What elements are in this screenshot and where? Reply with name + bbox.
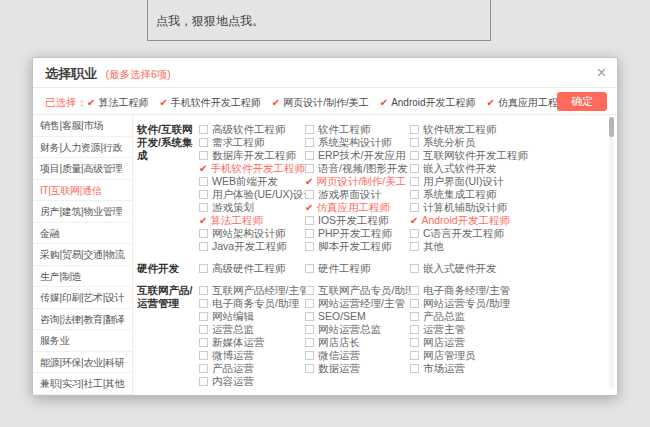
job-option[interactable]: 游戏策划 xyxy=(199,201,305,214)
checkbox-icon[interactable] xyxy=(199,364,208,373)
job-option[interactable]: 网站编辑 xyxy=(199,310,305,323)
job-option[interactable]: 网站运营总监 xyxy=(305,323,410,336)
checkbox-icon[interactable] xyxy=(199,264,208,273)
checkbox-icon[interactable] xyxy=(305,364,314,373)
scrollbar-thumb[interactable] xyxy=(609,117,614,137)
checkbox-icon[interactable] xyxy=(199,151,208,160)
job-option[interactable]: ✔网页设计/制作/美工 xyxy=(305,175,410,188)
job-option[interactable]: 网店运营 xyxy=(410,336,603,349)
checkbox-icon[interactable] xyxy=(305,190,314,199)
sidebar-item[interactable]: 销售|客服|市场 xyxy=(33,115,132,137)
checkbox-icon[interactable] xyxy=(305,242,314,251)
job-option[interactable]: ✔手机软件开发工程师 xyxy=(199,162,305,175)
job-option[interactable]: 用户界面(UI)设计 xyxy=(410,175,603,188)
job-option[interactable]: 互联网软件开发工程师 xyxy=(410,149,603,162)
job-option[interactable]: 嵌入式软件开发 xyxy=(410,162,603,175)
checkbox-icon[interactable] xyxy=(410,190,419,199)
job-option[interactable]: 市场运营 xyxy=(410,362,603,375)
checkbox-icon[interactable] xyxy=(305,325,314,334)
scrollbar[interactable] xyxy=(609,117,614,389)
checkbox-icon[interactable] xyxy=(199,325,208,334)
sidebar-item[interactable]: IT|互联网|通信 xyxy=(33,180,132,202)
checkbox-icon[interactable] xyxy=(305,216,314,225)
checkbox-icon[interactable] xyxy=(305,338,314,347)
checkbox-icon[interactable] xyxy=(199,286,208,295)
job-option[interactable]: 产品总监 xyxy=(410,310,603,323)
checkbox-icon[interactable] xyxy=(199,190,208,199)
sidebar-item[interactable]: 咨询|法律|教育|翻译 xyxy=(33,309,132,331)
selected-item[interactable]: ✔网页设计/制作/美工 xyxy=(272,97,369,108)
checkbox-icon[interactable] xyxy=(305,125,314,134)
job-option[interactable]: 硬件工程师 xyxy=(305,262,410,275)
checkbox-icon[interactable] xyxy=(305,229,314,238)
job-option[interactable]: WEB前端开发 xyxy=(199,175,305,188)
checkbox-icon[interactable] xyxy=(410,364,419,373)
checkbox-icon[interactable] xyxy=(410,299,419,308)
demo-trigger-text[interactable]: 点我，狠狠地点我。 xyxy=(156,14,264,28)
sidebar-item[interactable]: 采购|贸易|交通|物流 xyxy=(33,244,132,266)
sidebar-item[interactable]: 金融 xyxy=(33,223,132,245)
job-option[interactable]: SEO/SEM xyxy=(305,310,410,323)
job-option[interactable]: 网店店长 xyxy=(305,336,410,349)
job-option[interactable]: ERP技术/开发应用 xyxy=(305,149,410,162)
job-option[interactable]: PHP开发工程师 xyxy=(305,227,410,240)
job-option[interactable]: 新媒体运营 xyxy=(199,336,305,349)
job-option[interactable]: 数据库开发工程师 xyxy=(199,149,305,162)
job-option[interactable]: Java开发工程师 xyxy=(199,240,305,253)
sidebar-item[interactable]: 财务|人力资源|行政 xyxy=(33,137,132,159)
job-option[interactable]: ✔算法工程师 xyxy=(199,214,305,227)
job-option[interactable]: 计算机辅助设计师 xyxy=(410,201,603,214)
checkbox-icon[interactable] xyxy=(410,229,419,238)
job-option[interactable]: ✔仿真应用工程师 xyxy=(305,201,410,214)
job-option[interactable]: 系统架构设计师 xyxy=(305,136,410,149)
job-option[interactable]: IOS开发工程师 xyxy=(305,214,410,227)
checkbox-icon[interactable] xyxy=(410,264,419,273)
checkbox-icon[interactable] xyxy=(410,312,419,321)
sidebar-item[interactable]: 房产|建筑|物业管理 xyxy=(33,201,132,223)
job-option[interactable]: 游戏界面设计 xyxy=(305,188,410,201)
job-option[interactable]: 运营总监 xyxy=(199,323,305,336)
checkbox-icon[interactable] xyxy=(305,264,314,273)
job-option[interactable]: 需求工程师 xyxy=(199,136,305,149)
job-option[interactable]: 脚本开发工程师 xyxy=(305,240,410,253)
checkbox-icon[interactable] xyxy=(305,151,314,160)
checkbox-icon[interactable] xyxy=(410,151,419,160)
checkbox-icon[interactable] xyxy=(410,164,419,173)
job-option[interactable]: 互联网产品经理/主管 xyxy=(199,284,305,297)
checkbox-icon[interactable] xyxy=(410,338,419,347)
job-option[interactable]: 网站运营专员/助理 xyxy=(410,297,603,310)
checkbox-icon[interactable] xyxy=(199,242,208,251)
sidebar-item[interactable]: 项目|质量|高级管理 xyxy=(33,158,132,180)
checkbox-icon[interactable] xyxy=(199,203,208,212)
job-option[interactable]: 数据运营 xyxy=(305,362,410,375)
checkbox-icon[interactable] xyxy=(199,125,208,134)
job-option[interactable]: 网站运营经理/主管 xyxy=(305,297,410,310)
checkbox-icon[interactable] xyxy=(305,351,314,360)
job-option[interactable]: 内容运营 xyxy=(199,375,305,388)
checkbox-icon[interactable] xyxy=(199,377,208,386)
checkbox-icon[interactable] xyxy=(305,299,314,308)
checkbox-icon[interactable] xyxy=(305,312,314,321)
checkbox-icon[interactable] xyxy=(305,164,314,173)
job-option[interactable]: 高级软件工程师 xyxy=(199,123,305,136)
selected-item[interactable]: ✔算法工程师 xyxy=(87,97,148,108)
selected-item[interactable]: ✔手机软件开发工程师 xyxy=(159,97,260,108)
job-option[interactable]: 高级硬件工程师 xyxy=(199,262,305,275)
job-option[interactable]: 系统集成工程师 xyxy=(410,188,603,201)
job-option[interactable]: 产品运营 xyxy=(199,362,305,375)
job-option[interactable]: 软件工程师 xyxy=(305,123,410,136)
job-option[interactable]: 微信运营 xyxy=(305,349,410,362)
sidebar-item[interactable]: 生产|制造 xyxy=(33,266,132,288)
selected-item[interactable]: ✔仿真应用工程师 xyxy=(487,97,568,108)
selected-item[interactable]: ✔Android开发工程师 xyxy=(380,97,476,108)
checkbox-icon[interactable] xyxy=(199,338,208,347)
checkbox-icon[interactable] xyxy=(199,299,208,308)
sidebar-item[interactable]: 传媒|印刷|艺术|设计 xyxy=(33,287,132,309)
job-option[interactable]: 其他 xyxy=(410,240,603,253)
checkbox-icon[interactable] xyxy=(410,138,419,147)
checkbox-icon[interactable] xyxy=(199,312,208,321)
checkbox-icon[interactable] xyxy=(199,138,208,147)
checkbox-icon[interactable] xyxy=(199,177,208,186)
job-option[interactable]: ✔Android开发工程师 xyxy=(410,214,603,227)
job-option[interactable]: 互联网产品专员/助理 xyxy=(305,284,410,297)
